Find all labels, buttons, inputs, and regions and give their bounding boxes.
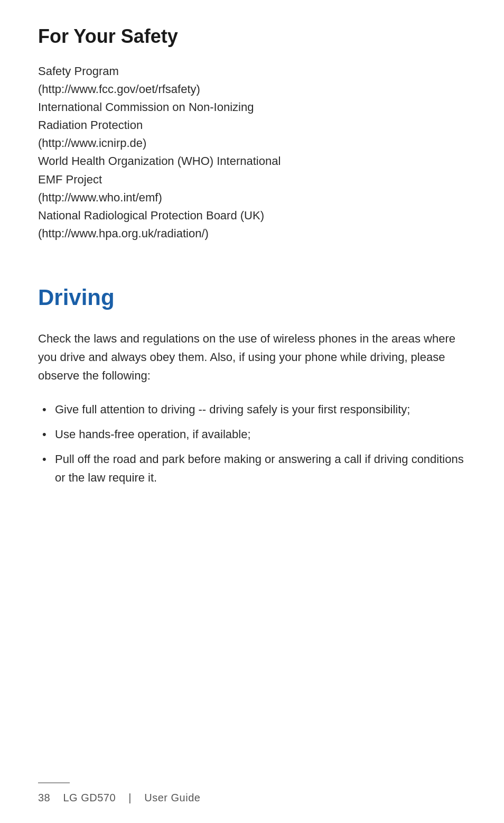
- bullet-item-2: Use hands-free operation, if available;: [38, 425, 466, 443]
- footer-brand: LG GD570: [63, 792, 116, 803]
- page: For Your Safety Safety Program (http://w…: [0, 0, 504, 823]
- bullet-item-1: Give full attention to driving -- drivin…: [38, 400, 466, 419]
- footer-separator: |: [128, 792, 132, 803]
- footer-doc-type: User Guide: [144, 792, 200, 803]
- driving-bullet-list: Give full attention to driving -- drivin…: [38, 400, 466, 487]
- page-footer: 38 LG GD570 | User Guide: [38, 782, 466, 804]
- footer-text: 38 LG GD570 | User Guide: [38, 792, 466, 804]
- bullet-item-3: Pull off the road and park before making…: [38, 450, 466, 487]
- footer-divider: [38, 782, 70, 783]
- safety-section-body: Safety Program (http://www.fcc.gov/oet/r…: [38, 62, 466, 243]
- safety-section-title: For Your Safety: [38, 25, 466, 48]
- footer-page-number: 38: [38, 792, 50, 803]
- driving-intro-text: Check the laws and regulations on the us…: [38, 329, 466, 385]
- safety-section: For Your Safety Safety Program (http://w…: [38, 25, 466, 243]
- driving-section: Driving Check the laws and regulations o…: [38, 285, 466, 487]
- driving-section-title: Driving: [38, 285, 466, 310]
